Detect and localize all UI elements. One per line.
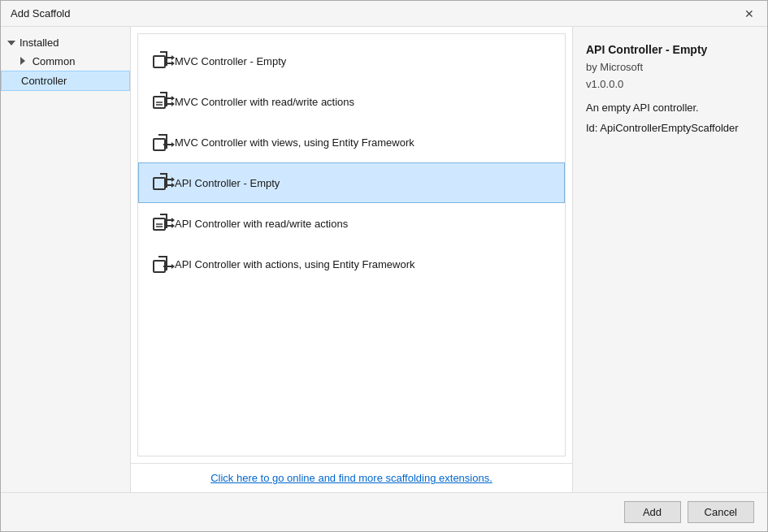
scaffold-item-3[interactable]: API Controller - Empty — [138, 162, 565, 203]
svg-marker-23 — [171, 218, 175, 223]
svg-marker-18 — [171, 177, 175, 182]
scaffold-item-5[interactable]: API Controller with actions, using Entit… — [138, 244, 565, 284]
sidebar-section-installed[interactable]: Installed — [1, 33, 130, 52]
scaffold-list: MVC Controller - Empty — [137, 33, 566, 456]
sidebar-item-controller[interactable]: Controller — [1, 71, 130, 91]
scaffold-label-0: MVC Controller - Empty — [175, 55, 286, 67]
svg-marker-3 — [171, 55, 175, 60]
scaffold-label-5: API Controller with actions, using Entit… — [175, 258, 415, 270]
svg-rect-0 — [154, 56, 165, 67]
scaffold-icon-5 — [152, 253, 175, 275]
sidebar: Installed Common Controller — [1, 27, 131, 492]
svg-marker-29 — [171, 264, 175, 269]
content-area: MVC Controller - Empty — [131, 27, 572, 492]
svg-marker-19 — [171, 183, 175, 188]
scaffold-item-4[interactable]: API Controller with read/write actions — [138, 203, 565, 244]
scaffold-label-3: API Controller - Empty — [175, 177, 280, 189]
online-link-bar: Click here to go online and find more sc… — [131, 463, 572, 492]
detail-description: An empty API controller. — [586, 102, 754, 114]
svg-marker-24 — [171, 223, 175, 228]
scaffold-icon-3 — [152, 171, 175, 194]
title-bar: Add Scaffold ✕ — [1, 1, 767, 27]
sidebar-common-label: Common — [33, 55, 76, 67]
add-button[interactable]: Add — [624, 501, 681, 523]
scaffold-label-4: API Controller with read/write actions — [175, 218, 348, 230]
detail-id: Id: ApiControllerEmptyScaffolder — [586, 122, 754, 134]
scaffold-label-2: MVC Controller with views, using Entity … — [175, 136, 414, 149]
scaffold-icon-1 — [152, 90, 175, 113]
add-scaffold-dialog: Add Scaffold ✕ Installed Common Controll… — [0, 0, 768, 532]
svg-marker-9 — [171, 102, 175, 106]
close-button[interactable]: ✕ — [741, 6, 757, 22]
cancel-button[interactable]: Cancel — [688, 501, 754, 523]
sidebar-controller-label: Controller — [21, 75, 67, 87]
installed-label: Installed — [20, 37, 59, 49]
svg-marker-4 — [171, 61, 175, 66]
expand-icon — [7, 41, 15, 45]
dialog-footer: Add Cancel — [1, 492, 767, 531]
detail-author: by Microsoft v1.0.0.0 — [586, 59, 754, 93]
scaffold-item-2[interactable]: MVC Controller with views, using Entity … — [138, 122, 565, 162]
svg-rect-27 — [154, 261, 165, 272]
svg-rect-15 — [154, 178, 165, 189]
svg-rect-12 — [154, 139, 165, 150]
scaffold-item-0[interactable]: MVC Controller - Empty — [138, 41, 565, 81]
svg-marker-8 — [171, 96, 175, 101]
scaffold-icon-0 — [152, 50, 175, 72]
dialog-body: Installed Common Controller — [1, 27, 767, 492]
detail-title: API Controller - Empty — [586, 43, 754, 56]
svg-marker-14 — [171, 142, 175, 147]
detail-panel: API Controller - Empty by Microsoft v1.0… — [572, 27, 767, 492]
scaffold-label-1: MVC Controller with read/write actions — [175, 96, 354, 108]
dialog-title: Add Scaffold — [11, 7, 70, 19]
scaffold-icon-4 — [152, 212, 175, 235]
scaffold-icon-2 — [152, 131, 175, 154]
scaffold-item-1[interactable]: MVC Controller with read/write actions — [138, 81, 565, 122]
common-expand-icon — [20, 57, 25, 65]
sidebar-item-common[interactable]: Common — [1, 52, 130, 71]
online-link-button[interactable]: Click here to go online and find more sc… — [210, 472, 492, 484]
